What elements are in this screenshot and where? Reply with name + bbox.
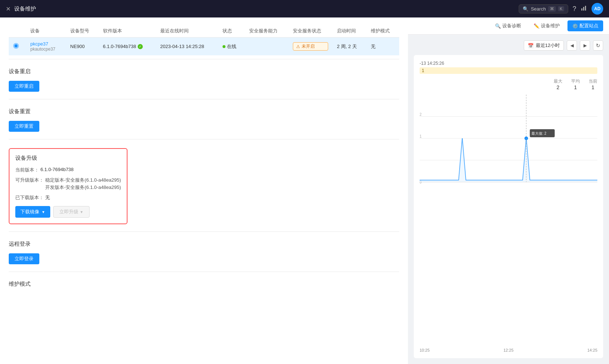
help-icon[interactable]: ? xyxy=(573,5,576,13)
col-version: 软件版本 xyxy=(99,25,156,37)
tab-device-diagnosis[interactable]: 🔍 设备诊断 xyxy=(490,20,526,31)
right-body: 📅 最近12小时 ◀ ▶ ↻ -13 14:25:26 1 最大 2 平均 xyxy=(408,35,609,364)
version-text: 6.1.0-7694b738 xyxy=(103,44,136,49)
reset-title: 设备重置 xyxy=(9,108,399,115)
search-icon: 🔍 xyxy=(523,6,529,12)
upgrade-section: 设备升级 当前版本： 6.1.0-7694b738 可升级版本： 稳定版本-安全… xyxy=(0,139,408,232)
remote-title: 远程登录 xyxy=(9,241,399,248)
upgrade-label: 立即升级 xyxy=(59,209,78,215)
upgrade-now-button[interactable]: 立即升级 ▼ xyxy=(53,206,90,218)
legend-avg-label: 平均 xyxy=(571,78,580,84)
remote-login-button[interactable]: 立即登录 xyxy=(9,253,39,264)
row-version: 6.1.0-7694b738 ✓ xyxy=(99,37,156,56)
main-content: 设备 设备型号 软件版本 最近在线时间 状态 安全服务能力 安全服务状态 启动时… xyxy=(0,17,609,364)
device-name-main: pkcpe37 xyxy=(30,41,62,47)
col-security-cap: 安全服务能力 xyxy=(245,25,288,37)
warning-icon: ⚠ xyxy=(296,44,300,49)
maintenance-icon: ✏️ xyxy=(534,23,539,29)
legend-current-value: 1 xyxy=(592,84,594,90)
restart-button[interactable]: 立即重启 xyxy=(9,81,39,92)
col-security-status: 安全服务状态 xyxy=(288,25,332,37)
row-model: NE900 xyxy=(66,37,99,56)
row-security-cap xyxy=(245,37,288,56)
diagnosis-icon: 🔍 xyxy=(495,23,501,29)
upgrade-downloaded-value: 无 xyxy=(45,194,50,201)
col-radio xyxy=(9,25,26,37)
row-lastonline: 2023-04-13 14:25:28 xyxy=(156,37,218,56)
search-key2: K xyxy=(558,6,564,11)
upgrade-title: 设备升级 xyxy=(15,155,121,162)
restart-title: 设备重启 xyxy=(9,68,399,75)
chart-area: -13 14:25:26 1 最大 2 平均 1 当前 1 xyxy=(414,55,603,358)
upgrade-versions-row: 可升级版本： 稳定版本-安全服务(6.1.0-a48ea295) 开发版本-安全… xyxy=(15,177,121,191)
refresh-button[interactable]: ↻ xyxy=(593,40,603,51)
status-online-dot xyxy=(223,45,225,48)
avatar[interactable]: AD xyxy=(592,3,603,15)
chart-highlight: 1 xyxy=(420,67,597,74)
security-status-badge: ⚠ 未开启 xyxy=(293,42,328,51)
next-arrow[interactable]: ▶ xyxy=(580,40,590,51)
upgrade-current-label: 当前版本： xyxy=(15,167,39,173)
chart-legend: 最大 2 平均 1 当前 1 xyxy=(420,78,597,90)
prev-arrow[interactable]: ◀ xyxy=(567,40,577,51)
topbar-left: ✕ 设备维护 xyxy=(6,5,36,12)
col-model: 设备型号 xyxy=(66,25,99,37)
row-radio xyxy=(9,37,26,56)
col-lastonline: 最近在线时间 xyxy=(156,25,218,37)
table-row[interactable]: pkcpe37 pkautocpe37 NE900 6.1.0-7694b738… xyxy=(9,37,399,56)
row-security-status: ⚠ 未开启 xyxy=(288,37,332,56)
upgrade-versions-list: 稳定版本-安全服务(6.1.0-a48ea295) 开发版本-安全服务(6.1.… xyxy=(45,177,121,191)
upgrade-downloaded-label: 已下载版本： xyxy=(15,194,44,201)
chart-svg: 2 1 0 最大值: 2 xyxy=(420,95,597,197)
upgrade-current-version-row: 当前版本： 6.1.0-7694b738 xyxy=(15,167,121,173)
svg-text:最大值: 2: 最大值: 2 xyxy=(531,131,546,135)
row-uptime: 2 周, 2 天 xyxy=(333,37,366,56)
row-maintenance: 无 xyxy=(366,37,399,56)
search-label: Search xyxy=(531,6,546,12)
table-section: 设备 设备型号 软件版本 最近在线时间 状态 安全服务能力 安全服务状态 启动时… xyxy=(0,17,408,59)
legend-avg-value: 1 xyxy=(574,84,577,90)
remote-section: 远程登录 立即登录 xyxy=(0,232,408,272)
chart-x-labels: 10:25 12:25 14:25 xyxy=(420,348,597,352)
row-device: pkcpe37 pkautocpe37 xyxy=(26,37,66,56)
svg-rect-1 xyxy=(583,7,584,11)
time-label: 最近12小时 xyxy=(536,42,560,49)
time-selector[interactable]: 📅 最近12小时 xyxy=(524,40,564,51)
chart-toolbar: 📅 最近12小时 ◀ ▶ ↻ xyxy=(414,40,603,51)
legend-max: 最大 2 xyxy=(554,78,562,90)
configure-label: 配置站点 xyxy=(579,23,598,29)
close-icon[interactable]: ✕ xyxy=(6,5,11,12)
device-name-sub: pkautocpe37 xyxy=(30,47,62,52)
calendar-icon: 📅 xyxy=(528,43,534,48)
reset-button[interactable]: 立即重置 xyxy=(9,121,39,132)
col-uptime: 启动时间 xyxy=(333,25,366,37)
upgrade-downloaded-row: 已下载版本： 无 xyxy=(15,194,121,201)
upgrade-version-2: 开发版本-安全服务(6.1.0-a48ea295) xyxy=(45,184,121,191)
legend-current: 当前 1 xyxy=(589,78,597,90)
page-title: 设备维护 xyxy=(14,5,36,12)
svg-rect-0 xyxy=(581,8,582,11)
upgrade-version-1: 稳定版本-安全服务(6.1.0-a48ea295) xyxy=(45,177,121,183)
upgrade-buttons: 下载镜像 ▼ 立即升级 ▼ xyxy=(15,206,121,218)
topbar: ✕ 设备维护 🔍 Search ⌘ K ? AD xyxy=(0,0,609,17)
right-panel: 🔍 设备诊断 ✏️ 设备维护 ⚙️ 配置站点 📅 最近12小时 ◀ ▶ xyxy=(408,17,609,364)
tab-device-maintenance[interactable]: ✏️ 设备维护 xyxy=(529,20,565,31)
chart-timestamp: -13 14:25:26 xyxy=(420,61,597,66)
version-check-icon: ✓ xyxy=(138,44,143,49)
reset-section: 设备重置 立即重置 xyxy=(0,99,408,139)
configure-icon: ⚙️ xyxy=(572,23,578,29)
chart-icon[interactable] xyxy=(581,5,587,13)
search-key1: ⌘ xyxy=(548,6,556,12)
legend-avg: 平均 1 xyxy=(571,78,580,90)
svg-text:1: 1 xyxy=(420,134,422,138)
search-bar[interactable]: 🔍 Search ⌘ K xyxy=(519,4,568,13)
status-label: 在线 xyxy=(227,43,236,50)
tab-configure-site[interactable]: ⚙️ 配置站点 xyxy=(567,20,603,31)
download-image-button[interactable]: 下载镜像 ▼ xyxy=(15,206,50,218)
legend-max-label: 最大 xyxy=(554,78,562,84)
restart-section: 设备重启 立即重启 xyxy=(0,59,408,99)
x-label-1: 10:25 xyxy=(420,348,430,352)
svg-text:2: 2 xyxy=(420,112,421,116)
x-label-2: 12:25 xyxy=(503,348,514,352)
svg-rect-2 xyxy=(585,6,586,11)
